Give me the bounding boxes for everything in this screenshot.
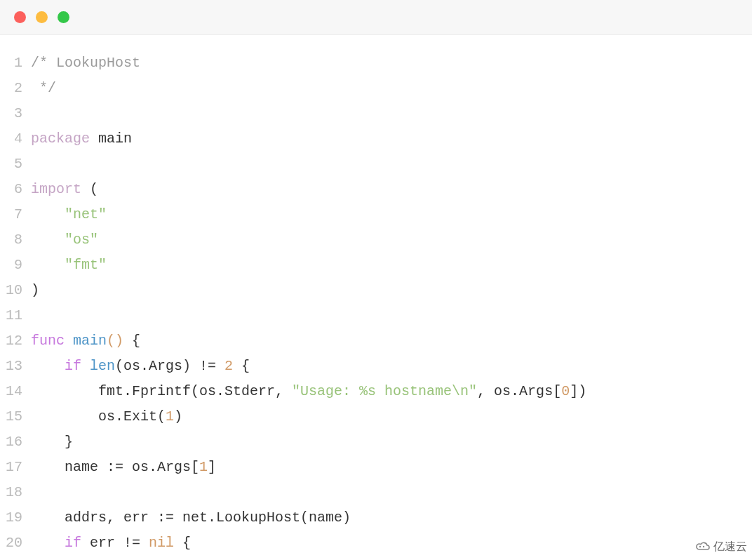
code-line: 14 fmt.Fprintf(os.Stderr, "Usage: %s hos…	[0, 379, 752, 404]
line-number: 20	[0, 531, 31, 556]
code-content: if err != nil {	[31, 531, 752, 556]
watermark-text: 亿速云	[713, 540, 747, 554]
code-content: addrs, err := net.LookupHost(name)	[31, 505, 752, 531]
line-number: 13	[0, 354, 31, 379]
close-icon[interactable]	[14, 11, 26, 23]
code-content	[31, 303, 752, 328]
code-content: /* LookupHost	[31, 51, 752, 76]
code-line: 4package main	[0, 126, 752, 152]
code-line: 15 os.Exit(1)	[0, 404, 752, 429]
line-number: 14	[0, 379, 31, 404]
code-line: 20 if err != nil {	[0, 531, 752, 556]
cloud-icon	[695, 541, 711, 554]
line-number: 12	[0, 328, 31, 354]
code-content	[31, 101, 752, 126]
line-number: 9	[0, 253, 31, 278]
code-line: 11	[0, 303, 752, 328]
line-number: 1	[0, 51, 31, 76]
code-line: 7 "net"	[0, 202, 752, 227]
line-number: 3	[0, 101, 31, 126]
line-number: 7	[0, 202, 31, 227]
line-number: 2	[0, 76, 31, 101]
code-content	[31, 152, 752, 177]
watermark: 亿速云	[690, 538, 752, 556]
window-header	[0, 0, 752, 35]
code-content: */	[31, 76, 752, 101]
code-content: "fmt"	[31, 253, 752, 278]
code-content	[31, 480, 752, 505]
line-number: 5	[0, 152, 31, 177]
line-number: 18	[0, 480, 31, 505]
code-content: }	[31, 429, 752, 455]
code-content: if len(os.Args) != 2 {	[31, 354, 752, 379]
line-number: 8	[0, 227, 31, 253]
minimize-icon[interactable]	[36, 11, 48, 23]
line-number: 15	[0, 404, 31, 429]
code-line: 10)	[0, 278, 752, 303]
code-content: os.Exit(1)	[31, 404, 752, 429]
code-line: 12func main() {	[0, 328, 752, 354]
code-line: 19 addrs, err := net.LookupHost(name)	[0, 505, 752, 531]
code-content: name := os.Args[1]	[31, 455, 752, 480]
code-line: 5	[0, 152, 752, 177]
code-line: 18	[0, 480, 752, 505]
code-line: 3	[0, 101, 752, 126]
code-line: 9 "fmt"	[0, 253, 752, 278]
maximize-icon[interactable]	[58, 11, 69, 23]
code-content: fmt.Fprintf(os.Stderr, "Usage: %s hostna…	[31, 379, 752, 404]
code-line: 1/* LookupHost	[0, 51, 752, 76]
line-number: 6	[0, 177, 31, 202]
svg-point-1	[703, 545, 704, 547]
line-number: 10	[0, 278, 31, 303]
code-line: 6import (	[0, 177, 752, 202]
code-line: 13 if len(os.Args) != 2 {	[0, 354, 752, 379]
code-line: 8 "os"	[0, 227, 752, 253]
line-number: 16	[0, 429, 31, 455]
code-line: 2 */	[0, 76, 752, 101]
code-content: package main	[31, 126, 752, 152]
line-number: 4	[0, 126, 31, 152]
code-content: "net"	[31, 202, 752, 227]
line-number: 19	[0, 505, 31, 531]
code-content: import (	[31, 177, 752, 202]
code-line: 16 }	[0, 429, 752, 455]
line-number: 11	[0, 303, 31, 328]
code-content: )	[31, 278, 752, 303]
code-content: "os"	[31, 227, 752, 253]
code-content: func main() {	[31, 328, 752, 354]
code-area: 1/* LookupHost2 */34package main56import…	[0, 35, 752, 560]
line-number: 17	[0, 455, 31, 480]
code-line: 17 name := os.Args[1]	[0, 455, 752, 480]
svg-point-0	[699, 545, 701, 547]
